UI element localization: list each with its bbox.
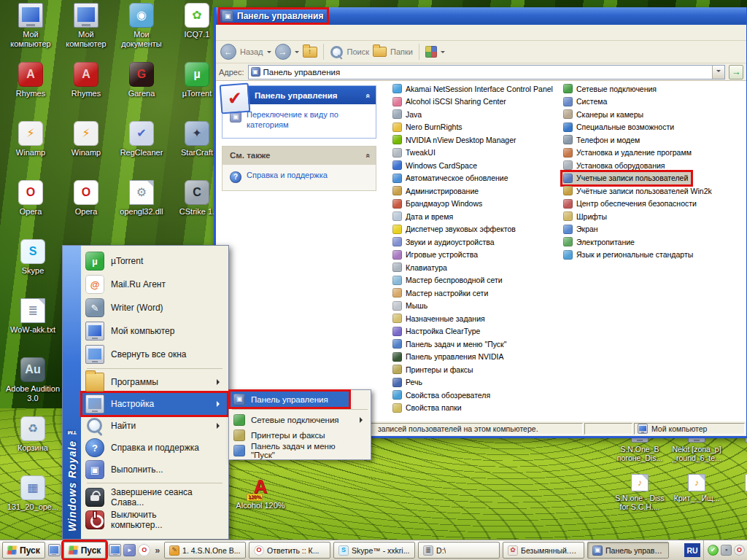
desktop-icon[interactable]: ⚡ Winamp bbox=[3, 121, 58, 180]
help-and-support-link[interactable]: ? Справка и поддержка bbox=[230, 171, 370, 183]
menu-item[interactable] bbox=[219, 31, 232, 35]
address-input[interactable]: ▣ Панель управления bbox=[248, 65, 725, 79]
desktop-icon[interactable]: ⚙ opengl32.dll bbox=[114, 180, 169, 239]
start-menu-item[interactable]: Завершение сеанса Слава... bbox=[82, 486, 227, 508]
control-panel-item[interactable]: Alcohol iSCSI Sharing Center bbox=[392, 96, 509, 109]
desktop-icon[interactable]: ≣ WoW-akk.txt bbox=[3, 298, 63, 357]
start-menu-item[interactable]: ✎ Writer (Word) bbox=[82, 296, 227, 319]
search-icon[interactable] bbox=[330, 45, 344, 59]
task-button[interactable]: ≣ D:\ bbox=[418, 542, 500, 559]
desktop-icon[interactable]: Мой компьютер bbox=[3, 3, 58, 62]
control-panel-item[interactable]: Учетные записи пользователей bbox=[562, 172, 691, 185]
back-dropdown-icon[interactable] bbox=[267, 51, 271, 55]
control-panel-item[interactable]: Дата и время bbox=[392, 210, 456, 223]
task-button[interactable]: ✿ Безымянный.b... bbox=[503, 542, 584, 559]
task-button[interactable]: S Skype™ - xxkri... bbox=[333, 542, 415, 559]
submenu-item[interactable]: ▣ Панель управления bbox=[231, 392, 349, 407]
up-folder-icon[interactable]: ↑ bbox=[303, 47, 317, 58]
submenu-item[interactable]: Панель задач и меню "Пуск" bbox=[231, 443, 369, 458]
menu-item[interactable] bbox=[232, 31, 245, 35]
start-menu-item[interactable]: Свернуть все окна bbox=[82, 343, 227, 366]
start-button-2[interactable]: Пуск bbox=[63, 542, 107, 559]
submenu-item[interactable]: Принтеры и факсы bbox=[231, 427, 369, 443]
control-panel-item[interactable]: Панель задач и меню "Пуск" bbox=[392, 338, 509, 351]
desktop-icon[interactable]: Au Adobe Audition 3.0 bbox=[3, 357, 63, 416]
menu-item[interactable] bbox=[258, 31, 271, 35]
start-menu-item[interactable]: µ µTorrent bbox=[82, 249, 227, 273]
control-panel-item[interactable]: Мастер беспроводной сети bbox=[392, 274, 506, 287]
desktop-icon[interactable]: A Rhymes bbox=[58, 62, 114, 121]
control-panel-item[interactable]: Шрифты bbox=[562, 210, 610, 223]
control-panel-item[interactable]: Учётные записи пользователей Win2k bbox=[562, 184, 715, 198]
control-panel-item[interactable]: Настройка ClearType bbox=[392, 325, 483, 338]
control-panel-item[interactable]: Игровые устройства bbox=[392, 249, 481, 262]
start-menu-item[interactable]: Настройка bbox=[82, 393, 227, 415]
desktop-icon[interactable]: ♻ Корзина bbox=[3, 416, 63, 475]
start-menu-item[interactable]: Найти bbox=[82, 415, 227, 437]
start-menu-item[interactable]: Программы bbox=[82, 371, 227, 393]
control-panel-item[interactable]: Язык и региональные стандарты bbox=[562, 249, 696, 262]
start-button[interactable]: Пуск bbox=[2, 542, 45, 559]
control-panel-item[interactable]: Мастер настройки сети bbox=[392, 287, 491, 300]
desktop-icon[interactable]: ♪ S.N.one - Diss for S.C.H.... bbox=[611, 474, 668, 528]
menu-item[interactable] bbox=[271, 31, 285, 35]
control-panel-item[interactable]: Диспетчер звуковых эффектов bbox=[392, 223, 519, 236]
quick-launch-overflow-chevron[interactable]: » bbox=[153, 545, 161, 556]
collapse-chevron-icon[interactable]: « bbox=[363, 93, 372, 97]
desktop-icon[interactable]: ⚡ Winamp bbox=[58, 121, 114, 180]
control-panel-item[interactable]: Брандмауэр Windows bbox=[392, 198, 485, 211]
forward-dropdown-icon[interactable] bbox=[295, 51, 299, 55]
desktop-icon[interactable]: ♪ Крит_-_Ищ... bbox=[668, 474, 725, 528]
control-panel-item[interactable]: Телефон и модем bbox=[562, 133, 643, 147]
control-panel-item[interactable]: Речь bbox=[392, 376, 425, 389]
menu-item[interactable] bbox=[285, 31, 298, 35]
views-dropdown-icon[interactable] bbox=[441, 51, 445, 55]
media-player-icon[interactable]: ▸ bbox=[123, 544, 136, 556]
control-panel-item[interactable]: Специальные возможности bbox=[562, 121, 677, 134]
search-button-label[interactable]: Поиск bbox=[347, 47, 369, 56]
opera-tray-icon[interactable]: O bbox=[734, 545, 745, 556]
control-panel-item[interactable]: Свойства папки bbox=[392, 402, 465, 415]
back-icon[interactable]: ← bbox=[220, 44, 236, 60]
desktop-icon[interactable]: A Rhymes bbox=[3, 62, 58, 121]
desktop-icon[interactable]: S Skype bbox=[3, 239, 63, 298]
task-button[interactable]: ▣ Панель управл... bbox=[587, 542, 669, 559]
folders-button-label[interactable]: Папки bbox=[390, 47, 413, 56]
task-button[interactable]: ✎ 1. 4.S.N.One B... bbox=[164, 542, 246, 559]
forward-icon[interactable]: → bbox=[275, 44, 291, 60]
control-panel-item[interactable]: Свойства обозревателя bbox=[392, 389, 493, 402]
control-panel-item[interactable]: Клавиатура bbox=[392, 261, 450, 274]
control-panel-item[interactable]: Система bbox=[562, 96, 610, 109]
menu-item[interactable] bbox=[245, 31, 258, 35]
control-panel-item[interactable]: Назначенные задания bbox=[392, 312, 488, 325]
control-panel-item[interactable]: Сетевые подключения bbox=[562, 82, 659, 96]
control-panel-item[interactable]: Установка оборудования bbox=[562, 159, 667, 172]
views-icon[interactable] bbox=[425, 46, 437, 58]
skype-online-icon[interactable]: ✔ bbox=[708, 545, 719, 556]
control-panel-item[interactable]: Автоматическое обновление bbox=[392, 172, 511, 185]
language-indicator[interactable]: RU bbox=[684, 543, 700, 557]
control-panel-item[interactable]: Мышь bbox=[392, 300, 430, 313]
control-panel-item[interactable]: Звуки и аудиоустройства bbox=[392, 236, 498, 249]
collapse-chevron-icon[interactable]: « bbox=[363, 153, 372, 157]
show-desktop-icon[interactable] bbox=[109, 544, 121, 556]
control-panel-item[interactable]: Nero BurnRights bbox=[392, 121, 465, 134]
control-panel-item[interactable]: TweakUI bbox=[392, 147, 438, 160]
start-menu-item[interactable]: Выключить компьютер... bbox=[82, 508, 227, 531]
desktop-icon[interactable]: ◉ Мои документы bbox=[114, 3, 169, 62]
folders-icon[interactable] bbox=[373, 47, 387, 57]
control-panel-item[interactable]: Установка и удаление программ bbox=[562, 147, 694, 160]
opera-icon[interactable]: O bbox=[138, 544, 150, 556]
start-menu-item[interactable]: ▣ Выполнить... bbox=[82, 459, 227, 481]
control-panel-item[interactable]: Панель управления NVIDIA bbox=[392, 351, 506, 364]
task-button[interactable]: O Ответить :: К... bbox=[249, 542, 330, 559]
start-menu-item[interactable]: ? Справка и поддержка bbox=[82, 437, 227, 459]
control-panel-item[interactable]: Принтеры и факсы bbox=[392, 363, 476, 376]
control-panel-item[interactable]: Windows CardSpace bbox=[392, 159, 480, 172]
desktop-icon[interactable]: Мой компьютер bbox=[58, 3, 114, 62]
desktop-icon[interactable]: O Opera bbox=[58, 180, 114, 239]
window-titlebar[interactable]: ▣ Панель управления bbox=[216, 7, 746, 25]
back-button-label[interactable]: Назад bbox=[240, 47, 263, 56]
control-panel-item[interactable]: NVIDIA nView Desktop Manager bbox=[392, 133, 519, 147]
see-also-header[interactable]: См. также « bbox=[222, 147, 376, 165]
